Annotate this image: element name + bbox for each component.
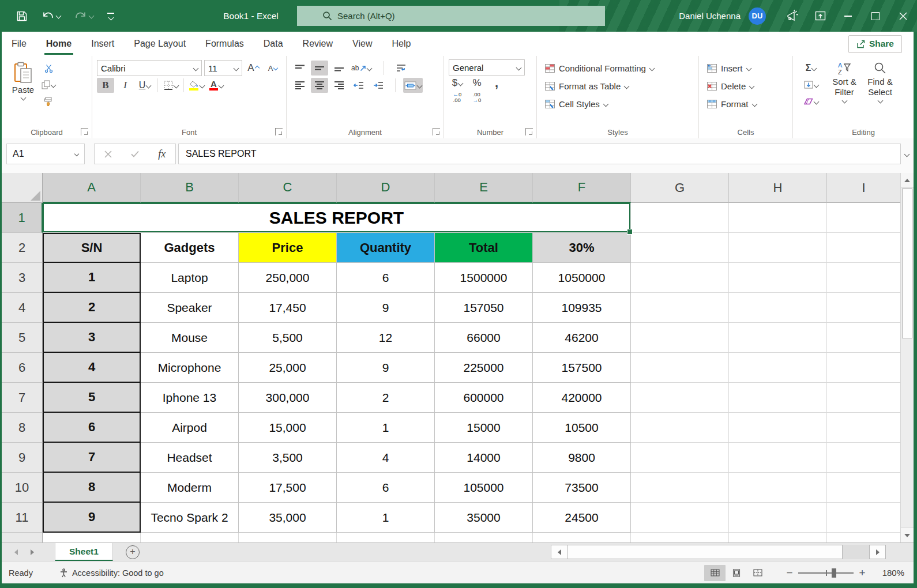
horizontal-scrollbar-thumb[interactable] <box>568 545 843 559</box>
zoom-out-button[interactable]: − <box>783 567 796 579</box>
format-painter-button[interactable] <box>40 94 57 109</box>
empty-cell[interactable] <box>533 533 631 542</box>
previous-sheet-icon[interactable] <box>14 549 18 555</box>
format-cells-button[interactable]: Format <box>707 96 789 112</box>
cell-quantity[interactable]: 2 <box>337 383 435 413</box>
cell-percent[interactable]: 10500 <box>533 413 631 443</box>
empty-cell[interactable] <box>729 413 827 443</box>
cell-price[interactable]: 35,000 <box>239 503 337 533</box>
horizontal-scrollbar[interactable] <box>551 545 886 559</box>
decrease-indent-button[interactable] <box>350 78 367 93</box>
font-family-select[interactable]: Calibri <box>97 60 202 76</box>
cell-percent[interactable]: 24500 <box>533 503 631 533</box>
redo-button[interactable] <box>74 10 93 21</box>
empty-cell[interactable] <box>631 413 729 443</box>
fill-color-dropdown-icon[interactable] <box>200 82 205 88</box>
cell-total[interactable]: 15000 <box>435 413 533 443</box>
percent-style-button[interactable]: % <box>468 76 486 91</box>
zoom-slider-thumb[interactable] <box>832 568 836 578</box>
col-header-h[interactable]: H <box>729 173 827 203</box>
number-format-select[interactable]: General <box>449 59 525 76</box>
cell-sn[interactable]: 3 <box>43 323 141 353</box>
cell-quantity[interactable]: 6 <box>337 473 435 503</box>
accessibility-status[interactable]: Accessibility: Good to go <box>59 568 164 578</box>
cell-gadget[interactable]: Moderm <box>141 473 239 503</box>
empty-cell[interactable] <box>827 293 901 323</box>
find-select-button[interactable]: Find & Select <box>862 59 898 109</box>
cell-price[interactable]: 17,500 <box>239 473 337 503</box>
cell-sn[interactable]: 8 <box>43 473 141 503</box>
save-button[interactable] <box>16 10 28 22</box>
empty-cell[interactable] <box>631 443 729 473</box>
empty-cell[interactable] <box>43 533 141 542</box>
find-select-dropdown-icon[interactable] <box>877 98 883 104</box>
clear-button[interactable] <box>802 94 820 109</box>
next-sheet-icon[interactable] <box>31 549 34 555</box>
empty-cell[interactable] <box>827 383 901 413</box>
middle-align-button[interactable] <box>311 61 328 76</box>
conditional-formatting-button[interactable]: Conditional Formatting <box>545 61 695 76</box>
cell-gadget[interactable]: Iphone 13 <box>141 383 239 413</box>
col-header-g[interactable]: G <box>631 173 729 203</box>
empty-cell[interactable] <box>827 263 901 293</box>
empty-cell[interactable] <box>827 503 901 533</box>
fill-button[interactable] <box>802 77 820 92</box>
empty-cell[interactable] <box>827 443 901 473</box>
cell-price[interactable]: 17,450 <box>239 293 337 323</box>
cell-total-header[interactable]: Total <box>435 233 533 263</box>
autosum-dropdown-icon[interactable] <box>811 65 817 71</box>
paste-button[interactable]: Paste <box>6 59 40 109</box>
autosum-button[interactable]: Σ <box>802 61 820 76</box>
cell-quantity[interactable]: 6 <box>337 263 435 293</box>
font-color-dropdown-icon[interactable] <box>219 82 224 88</box>
empty-cell[interactable] <box>631 203 729 233</box>
sort-filter-dropdown-icon[interactable] <box>841 98 847 104</box>
empty-cell[interactable] <box>827 323 901 353</box>
cell-styles-button[interactable]: Cell Styles <box>545 96 695 112</box>
col-header-b[interactable]: B <box>141 173 239 203</box>
minimize-button[interactable] <box>834 0 862 32</box>
align-left-button[interactable] <box>291 78 309 93</box>
col-header-i[interactable]: I <box>827 173 901 203</box>
tab-page-layout[interactable]: Page Layout <box>124 32 196 56</box>
tab-view[interactable]: View <box>343 32 382 56</box>
formula-input[interactable]: SALES REPORT <box>178 144 901 164</box>
cell-sn-header[interactable]: S/N <box>43 233 141 263</box>
row-header-9[interactable]: 9 <box>2 443 43 473</box>
bottom-align-button[interactable] <box>330 61 348 76</box>
tab-home[interactable]: Home <box>36 32 81 56</box>
cell-price[interactable]: 25,000 <box>239 353 337 383</box>
cell-price[interactable]: 5,500 <box>239 323 337 353</box>
empty-cell[interactable] <box>827 473 901 503</box>
empty-cell[interactable] <box>729 353 827 383</box>
tab-insert[interactable]: Insert <box>81 32 124 56</box>
cell-percent[interactable]: 420000 <box>533 383 631 413</box>
empty-cell[interactable] <box>827 533 901 542</box>
name-box[interactable]: A1 <box>6 144 85 164</box>
cell-percent[interactable]: 109935 <box>533 293 631 323</box>
cell-a1-title[interactable]: SALES REPORT <box>43 203 631 233</box>
cell-total[interactable]: 157050 <box>435 293 533 323</box>
increase-indent-button[interactable] <box>370 78 387 93</box>
merge-center-dropdown-icon[interactable] <box>417 82 423 88</box>
row-header-3[interactable]: 3 <box>2 263 43 293</box>
cell-total[interactable]: 1500000 <box>435 263 533 293</box>
borders-dropdown-icon[interactable] <box>173 82 179 88</box>
cell-sn[interactable]: 9 <box>43 503 141 533</box>
cell-quantity[interactable]: 4 <box>337 443 435 473</box>
avatar[interactable]: DU <box>749 7 766 25</box>
empty-cell[interactable] <box>631 503 729 533</box>
alignment-dialog-launcher[interactable] <box>433 128 440 135</box>
empty-cell[interactable] <box>827 413 901 443</box>
increase-decimal-button[interactable]: ←0.00 <box>449 90 466 105</box>
empty-cell[interactable] <box>631 383 729 413</box>
row-header-7[interactable]: 7 <box>2 383 43 413</box>
cell-sn[interactable]: 5 <box>43 383 141 413</box>
underline-dropdown-icon[interactable] <box>146 82 152 88</box>
empty-cell[interactable] <box>729 233 827 263</box>
underline-button[interactable]: U <box>136 78 153 93</box>
page-break-preview-button[interactable] <box>747 565 768 581</box>
wrap-text-button[interactable] <box>392 61 409 76</box>
close-button[interactable] <box>889 0 917 32</box>
normal-view-button[interactable] <box>704 565 726 581</box>
